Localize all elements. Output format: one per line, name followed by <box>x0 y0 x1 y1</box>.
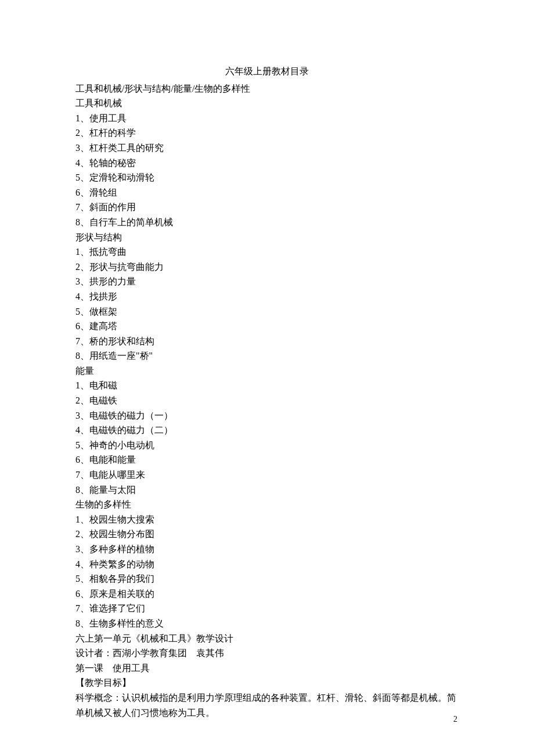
objective-label: 【教学目标】 <box>75 675 459 690</box>
toc-item: 4、轮轴的秘密 <box>75 156 459 171</box>
page-number: 2 <box>453 713 457 726</box>
toc-item: 4、电磁铁的磁力（二） <box>75 423 459 438</box>
toc-item: 1、电和磁 <box>75 378 459 393</box>
toc-item: 3、杠杆类工具的研究 <box>75 141 459 156</box>
unit-title: 六上第一单元《机械和工具》教学设计 <box>75 631 459 646</box>
toc-item: 2、形状与抗弯曲能力 <box>75 260 459 275</box>
section-heading: 生物的多样性 <box>75 497 459 512</box>
toc-item: 1、抵抗弯曲 <box>75 244 459 260</box>
toc-item: 8、自行车上的简单机械 <box>75 215 459 230</box>
section-heading: 形状与结构 <box>75 230 459 245</box>
toc-item: 8、生物多样性的意义 <box>75 616 459 631</box>
toc-item: 2、杠杆的科学 <box>75 125 459 141</box>
toc-item: 3、电磁铁的磁力（一） <box>75 408 459 423</box>
toc-item: 1、校园生物大搜索 <box>75 512 459 527</box>
toc-item: 6、建高塔 <box>75 319 459 334</box>
toc-item: 5、神奇的小电动机 <box>75 438 459 453</box>
toc-item: 2、电磁铁 <box>75 393 459 408</box>
toc-item: 6、滑轮组 <box>75 185 459 200</box>
toc-item: 7、斜面的作用 <box>75 200 459 215</box>
lesson-title: 第一课 使用工具 <box>75 661 459 676</box>
toc-item: 5、相貌各异的我们 <box>75 571 459 586</box>
toc-item: 7、桥的形状和结构 <box>75 334 459 349</box>
toc-item: 3、多种多样的植物 <box>75 542 459 557</box>
overview-line: 工具和机械/形状与结构/能量/生物的多样性 <box>75 81 459 96</box>
toc-item: 1、使用工具 <box>75 111 459 126</box>
document-title: 六年级上册教材目录 <box>75 64 459 79</box>
toc-item: 8、用纸造一座"桥" <box>75 348 459 363</box>
objective-text: 科学概念：认识机械指的是利用力学原理组成的各种装置。杠杆、滑轮、斜面等都是机械。… <box>75 690 459 720</box>
toc-item: 4、找拱形 <box>75 289 459 304</box>
section-heading: 工具和机械 <box>75 96 459 111</box>
toc-item: 8、能量与太阳 <box>75 483 459 498</box>
toc-item: 5、做框架 <box>75 304 459 319</box>
toc-item: 4、种类繁多的动物 <box>75 557 459 572</box>
toc-item: 5、定滑轮和动滑轮 <box>75 170 459 185</box>
toc-item: 6、原来是相关联的 <box>75 586 459 602</box>
section-heading: 能量 <box>75 363 459 379</box>
designer-line: 设计者：西湖小学教育集团 袁其伟 <box>75 646 459 661</box>
toc-item: 7、谁选择了它们 <box>75 601 459 616</box>
toc-item: 7、电能从哪里来 <box>75 467 459 483</box>
toc-item: 6、电能和能量 <box>75 452 459 467</box>
toc-item: 3、拱形的力量 <box>75 274 459 289</box>
toc-item: 2、校园生物分布图 <box>75 527 459 542</box>
